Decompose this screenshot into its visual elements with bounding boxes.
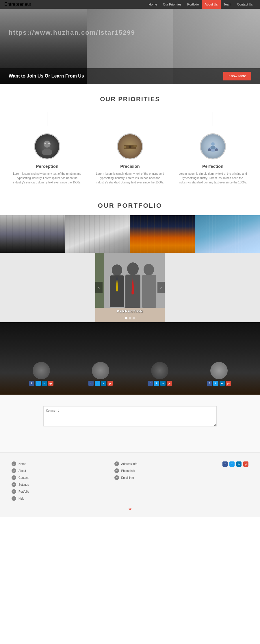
portfolio-img-4[interactable]: [195, 215, 260, 253]
social-fb-1[interactable]: f: [29, 381, 34, 386]
footer-social-row: f t in g+: [222, 461, 248, 467]
contact-form: [43, 406, 217, 426]
email-icon: ✉: [114, 475, 119, 480]
footer-social-fb[interactable]: f: [222, 461, 228, 467]
priority-precision: Precision Lorem ipsum is simply dummy te…: [93, 133, 167, 185]
carousel-dots: [95, 317, 165, 319]
team-member-3: f t in g+: [148, 362, 172, 386]
footer-inner: ⌂ Home ◎ About ✉ Contact ⚙ Settings ♟ Po…: [12, 461, 248, 501]
social-gp-1[interactable]: g+: [48, 381, 53, 386]
social-fb-3[interactable]: f: [148, 381, 153, 386]
footer-email: ✉ Email info: [114, 475, 138, 480]
know-more-button[interactable]: Know More: [223, 72, 251, 80]
social-gp-3[interactable]: g+: [167, 381, 172, 386]
footer-contact-col: ⌖ Address info ☎ Phone info ✉ Email info: [114, 461, 138, 501]
hero-bottom-bar: Want to Join Us Or Learn From Us Know Mo…: [0, 68, 260, 84]
carousel-prev-button[interactable]: ‹: [95, 282, 103, 293]
priority-text-2: Lorem ipsum is simply dummy text of the …: [96, 172, 164, 185]
contact-icon: ✉: [12, 475, 16, 480]
nav-portfolio[interactable]: Portfolio: [184, 0, 202, 9]
svg-rect-11: [211, 146, 215, 149]
footer-nav-portfolio[interactable]: ♟ Portfolio: [12, 489, 29, 494]
social-tw-2[interactable]: t: [95, 381, 100, 386]
footer-nav-settings[interactable]: ⚙ Settings: [12, 482, 29, 487]
footer-copyright: ★: [12, 507, 248, 511]
svg-point-2: [44, 143, 46, 144]
carousel-label-area: PERFECTION: [95, 308, 165, 314]
nav-brand[interactable]: Entrepreneur: [4, 2, 31, 7]
social-tw-3[interactable]: t: [154, 381, 159, 386]
social-li-4[interactable]: in: [220, 381, 225, 386]
priority-text-1: Lorem ipsum is simply dummy text of the …: [13, 172, 81, 185]
footer-nav-portfolio-label: Portfolio: [18, 490, 29, 493]
social-fb-2[interactable]: f: [88, 381, 94, 386]
footer-nav-about[interactable]: ◎ About: [12, 468, 29, 473]
portfolio-title: OUR PORTFOLIO: [0, 202, 260, 209]
svg-point-7: [129, 146, 131, 148]
team-members-row: f t in g+ f t in g+ f t in g+: [0, 359, 260, 389]
navbar: Entrepreneur Home Our Priorities Portfol…: [0, 0, 260, 9]
priority-perception: Perception Lorem ipsum is simply dummy t…: [10, 133, 84, 185]
footer-nav-contact[interactable]: ✉ Contact: [12, 475, 29, 480]
social-gp-2[interactable]: g+: [107, 381, 113, 386]
dot-3[interactable]: [133, 317, 135, 319]
svg-rect-6: [133, 145, 137, 147]
social-fb-4[interactable]: f: [207, 381, 212, 386]
footer-nav-home[interactable]: ⌂ Home: [12, 461, 29, 466]
footer-address-label: Address info: [121, 462, 138, 465]
help-icon: ?: [12, 496, 16, 501]
nav-team[interactable]: Team: [221, 0, 234, 9]
footer-social-li[interactable]: in: [236, 461, 242, 467]
dot-1[interactable]: [125, 317, 127, 319]
team-section: f t in g+ f t in g+ f t in g+: [0, 322, 260, 395]
priority-circle-3: [200, 133, 226, 159]
hero-watermark: https://www.huzhan.com/istar15299: [9, 29, 135, 36]
perfection-icon: [204, 138, 222, 155]
address-icon: ⌖: [114, 461, 119, 466]
footer-nav-about-label: About: [18, 469, 26, 472]
social-tw-1[interactable]: t: [36, 381, 41, 386]
portfolio-img-2[interactable]: [65, 215, 130, 253]
svg-point-1: [42, 149, 52, 155]
svg-point-10: [215, 148, 218, 151]
nav-contact[interactable]: Contact Us: [234, 0, 256, 9]
footer-nav-help-label: Help: [18, 497, 25, 500]
precision-icon: [121, 138, 139, 155]
social-li-3[interactable]: in: [160, 381, 166, 386]
portfolio-section: OUR PORTFOLIO: [0, 193, 260, 322]
footer-nav-contact-label: Contact: [18, 476, 28, 479]
perception-icon: [38, 138, 56, 155]
social-row-1: f t in g+: [29, 381, 53, 386]
comment-textarea[interactable]: [43, 406, 217, 426]
team-member-4: f t in g+: [207, 362, 231, 386]
team-member-1: f t in g+: [29, 362, 53, 386]
priority-label-3: Perfection: [179, 164, 247, 169]
social-gp-4[interactable]: g+: [226, 381, 231, 386]
carousel-next-button[interactable]: ›: [157, 282, 165, 293]
hero-tagline: Want to Join Us Or Learn From Us: [9, 73, 84, 79]
priority-label-2: Precision: [96, 164, 164, 169]
nav-home[interactable]: Home: [146, 0, 160, 9]
social-li-1[interactable]: in: [42, 381, 47, 386]
footer-nav-home-label: Home: [18, 462, 26, 465]
footer-nav-help[interactable]: ? Help: [12, 496, 29, 501]
footer-social-gp[interactable]: g+: [243, 461, 248, 467]
team-avatar-2: [92, 362, 109, 379]
svg-point-17: [127, 262, 139, 275]
svg-rect-5: [124, 146, 126, 148]
carousel-label: PERFECTION: [117, 310, 143, 313]
svg-point-12: [211, 142, 215, 146]
nav-priorities[interactable]: Our Priorities: [160, 0, 184, 9]
svg-point-15: [112, 264, 122, 276]
settings-icon: ⚙: [12, 482, 16, 487]
team-avatar-1: [33, 362, 50, 379]
portfolio-img-3[interactable]: [130, 215, 195, 253]
dot-2[interactable]: [129, 317, 131, 319]
team-member-2: f t in g+: [88, 362, 113, 386]
social-tw-4[interactable]: t: [213, 381, 218, 386]
nav-about[interactable]: About Us: [202, 0, 220, 9]
social-li-2[interactable]: in: [101, 381, 106, 386]
portfolio-img-1[interactable]: [0, 215, 65, 253]
footer-address: ⌖ Address info: [114, 461, 138, 466]
footer-social-tw[interactable]: t: [229, 461, 235, 467]
